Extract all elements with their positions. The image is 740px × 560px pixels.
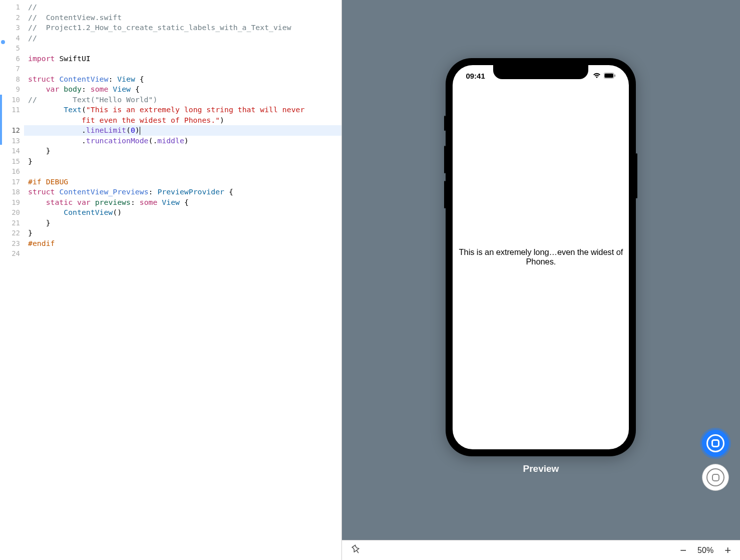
code-line[interactable] — [24, 64, 341, 74]
line-number: 8 — [0, 74, 24, 85]
preview-bottom-bar: − 50% + — [342, 540, 740, 560]
line-number: 5 — [0, 43, 24, 54]
zoom-out-button[interactable]: − — [680, 544, 686, 557]
line-number: 21 — [0, 218, 24, 228]
line-number: 13 — [0, 136, 24, 146]
preview-canvas[interactable]: 09:41 This is an extremely long…even the… — [342, 0, 740, 540]
line-number: 14 — [0, 146, 24, 156]
code-line[interactable]: // Project1.2_How_to_create_static_label… — [24, 23, 341, 33]
code-line[interactable]: // Text("Hello World") — [24, 95, 341, 105]
code-line[interactable] — [24, 43, 341, 54]
line-number: 2 — [0, 13, 24, 23]
svg-rect-1 — [605, 74, 614, 78]
change-indicator — [0, 95, 2, 145]
change-indicator — [1, 40, 5, 44]
phone-volume-down — [444, 181, 446, 208]
line-number: 6 — [0, 54, 24, 64]
code-line[interactable]: import SwiftUI — [24, 54, 341, 64]
phone-volume-up — [444, 146, 446, 173]
zoom-controls: − 50% + — [680, 544, 731, 557]
wifi-icon — [593, 72, 601, 80]
code-line[interactable]: } — [24, 228, 341, 238]
device-notch — [493, 65, 588, 79]
preview-pane: 09:41 This is an extremely long…even the… — [342, 0, 740, 560]
preview-label: Preview — [523, 463, 559, 474]
phone-mute-switch — [444, 116, 446, 131]
device-screen: 09:41 This is an extremely long…even the… — [453, 65, 629, 449]
line-number: 24 — [0, 248, 24, 259]
code-line[interactable]: static var previews: some View { — [24, 197, 341, 208]
code-line[interactable]: } — [24, 156, 341, 167]
preview-mode-buttons — [702, 430, 729, 491]
line-number: 11 — [0, 105, 24, 115]
code-line[interactable]: ContentView() — [24, 207, 341, 218]
code-line[interactable]: .lineLimit(0) — [24, 125, 341, 136]
code-line[interactable]: Text("This is an extremely long string t… — [24, 105, 341, 115]
code-line[interactable]: fit even the widest of Phones.") — [24, 115, 341, 126]
code-line[interactable] — [24, 248, 341, 259]
zoom-in-button[interactable]: + — [724, 544, 731, 557]
line-number — [0, 115, 24, 126]
code-area[interactable]: //// ContentView.swift// Project1.2_How_… — [24, 0, 341, 560]
code-editor-pane[interactable]: 123456789101112131415161718192021222324 … — [0, 0, 342, 560]
code-line[interactable]: // — [24, 2, 341, 13]
line-number: 17 — [0, 177, 24, 187]
svg-rect-2 — [615, 75, 616, 77]
code-line[interactable]: // — [24, 33, 341, 44]
line-number: 22 — [0, 228, 24, 238]
line-number: 9 — [0, 84, 24, 95]
line-number: 12 — [0, 125, 24, 136]
code-line[interactable]: #endif — [24, 238, 341, 249]
line-number: 1 — [0, 2, 24, 13]
line-number: 7 — [0, 64, 24, 74]
code-line[interactable]: struct ContentView_Previews: PreviewProv… — [24, 187, 341, 197]
line-number: 23 — [0, 238, 24, 249]
selectable-preview-button[interactable] — [702, 464, 729, 491]
zoom-value: 50% — [697, 546, 713, 555]
code-line[interactable]: #if DEBUG — [24, 177, 341, 187]
code-line[interactable]: } — [24, 218, 341, 228]
line-number: 19 — [0, 197, 24, 208]
line-number: 20 — [0, 207, 24, 218]
status-icons — [593, 72, 616, 80]
line-number: 10 — [0, 95, 24, 105]
code-line[interactable]: // ContentView.swift — [24, 13, 341, 23]
line-number: 18 — [0, 187, 24, 197]
preview-text-label: This is an extremely long…even the wides… — [455, 247, 627, 266]
screen-content: This is an extremely long…even the wides… — [453, 65, 629, 449]
live-preview-button[interactable] — [702, 430, 729, 457]
code-line[interactable] — [24, 166, 341, 177]
status-time: 09:41 — [466, 72, 485, 80]
line-number: 3 — [0, 23, 24, 33]
phone-power-button — [636, 153, 637, 198]
code-line[interactable]: .truncationMode(.middle) — [24, 136, 341, 146]
code-line[interactable]: } — [24, 146, 341, 156]
line-number: 16 — [0, 166, 24, 177]
line-number: 15 — [0, 156, 24, 167]
line-number-gutter: 123456789101112131415161718192021222324 — [0, 0, 24, 560]
code-line[interactable]: var body: some View { — [24, 84, 341, 95]
battery-icon — [604, 72, 616, 80]
device-frame: 09:41 This is an extremely long…even the… — [446, 58, 636, 456]
pin-icon[interactable] — [351, 544, 361, 556]
code-line[interactable]: struct ContentView: View { — [24, 74, 341, 85]
